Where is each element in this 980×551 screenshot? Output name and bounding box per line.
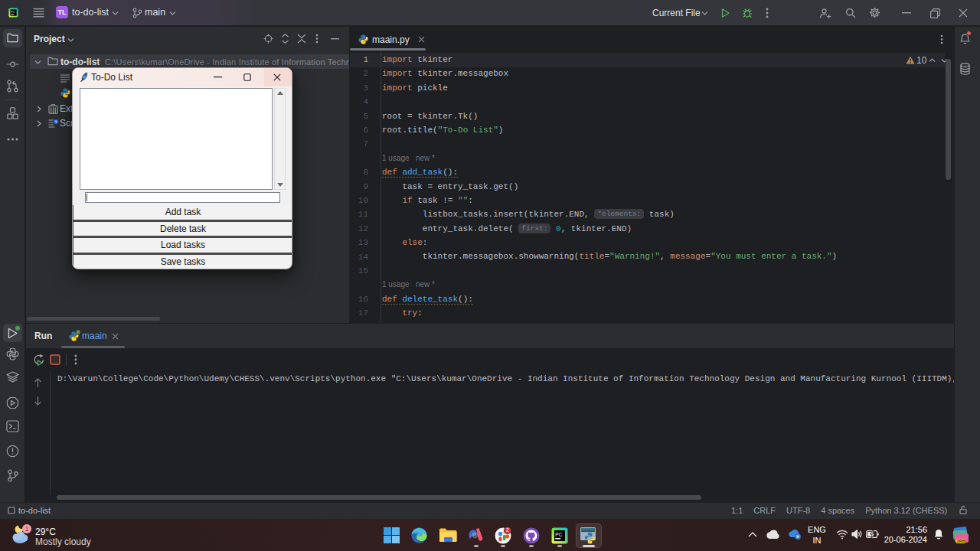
- svg-text:1: 1: [25, 525, 29, 533]
- svg-text:PC: PC: [555, 532, 562, 537]
- svg-text:2: 2: [506, 527, 509, 533]
- svg-text:2RB: 2RB: [957, 539, 965, 543]
- svg-text:PC: PC: [11, 10, 15, 14]
